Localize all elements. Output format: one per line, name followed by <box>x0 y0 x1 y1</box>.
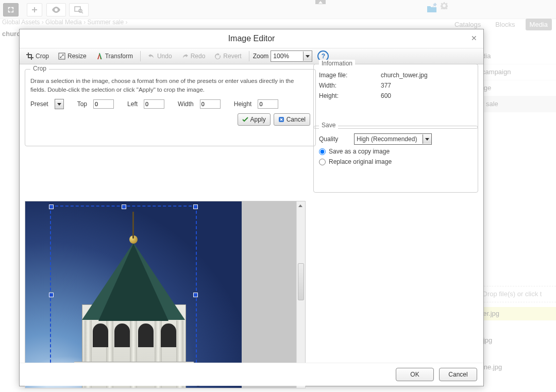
info-height-value: 600 <box>381 92 391 99</box>
info-file-value: church_tower.jpg <box>381 72 428 79</box>
height-label: Height <box>234 100 252 108</box>
cancel-crop-label: Cancel <box>287 116 306 123</box>
save-legend: Save <box>319 122 338 129</box>
resize-icon <box>58 53 65 60</box>
quality-value: High (Recommended) <box>355 135 423 143</box>
redo-label: Redo <box>191 53 206 60</box>
redo-icon <box>181 53 189 59</box>
scroll-up-icon[interactable] <box>298 202 303 209</box>
crop-description: Draw a selection in the image, choose a … <box>30 77 310 94</box>
revert-button[interactable]: Revert <box>211 50 245 62</box>
selection-handle[interactable] <box>122 204 126 209</box>
left-label: Left <box>127 100 138 108</box>
save-panel: Save Quality High (Recommended) Save as … <box>313 126 478 193</box>
close-icon[interactable]: ✕ <box>470 35 478 43</box>
revert-icon <box>214 53 221 60</box>
undo-icon <box>148 53 155 59</box>
preset-dropdown[interactable] <box>55 99 64 109</box>
dialog-title-text: Image Editor <box>228 34 275 43</box>
zoom-value: 100% <box>271 53 303 60</box>
resize-label: Resize <box>68 53 87 60</box>
cancel-crop-button[interactable]: Cancel <box>274 113 310 126</box>
zoom-select[interactable]: 100% <box>271 50 312 62</box>
undo-label: Undo <box>157 53 172 60</box>
crop-icon <box>26 53 33 60</box>
selection-handle[interactable] <box>193 293 198 297</box>
chevron-down-icon <box>423 134 431 144</box>
preview-canvas[interactable] <box>25 201 297 388</box>
top-input[interactable] <box>93 99 114 109</box>
crop-label: Crop <box>36 53 49 60</box>
crop-panel: Crop Draw a selection in the image, choo… <box>25 69 316 146</box>
toolbar-separator <box>249 51 249 61</box>
image-editor-dialog: Image Editor ✕ Crop Resize Transform Und… <box>19 29 484 386</box>
replace-original-radio[interactable] <box>319 159 326 165</box>
redo-button[interactable]: Redo <box>178 50 209 62</box>
information-panel: Information Image file:church_tower.jpg … <box>313 64 478 129</box>
quality-label: Quality <box>319 135 349 143</box>
transform-label: Transform <box>105 53 133 60</box>
transform-icon <box>96 53 103 60</box>
info-legend: Information <box>319 60 355 67</box>
selection-handle[interactable] <box>49 204 54 209</box>
toolbar-separator <box>140 51 141 61</box>
left-input[interactable] <box>144 99 164 109</box>
crop-tool-button[interactable]: Crop <box>23 50 53 62</box>
chevron-down-icon <box>303 52 312 61</box>
scrollbar-thumb[interactable] <box>298 263 304 300</box>
quality-select[interactable]: High (Recommended) <box>354 133 432 145</box>
width-input[interactable] <box>200 99 221 109</box>
zoom-group: Zoom 100% <box>253 50 313 62</box>
resize-tool-button[interactable]: Resize <box>55 50 90 62</box>
dialog-title: Image Editor ✕ <box>20 29 483 48</box>
zoom-label: Zoom <box>253 53 269 60</box>
crop-selection[interactable] <box>50 206 197 383</box>
ok-button[interactable]: OK <box>396 368 434 381</box>
info-height-key: Height: <box>319 92 381 99</box>
width-label: Width <box>178 100 194 108</box>
image-preview[interactable] <box>25 201 306 388</box>
top-label: Top <box>77 100 87 108</box>
info-width-key: Width: <box>319 82 381 89</box>
preset-label: Preset <box>30 100 48 108</box>
transform-tool-button[interactable]: Transform <box>92 50 137 62</box>
cancel-icon <box>278 116 284 123</box>
crop-legend: Crop <box>30 65 49 72</box>
apply-label: Apply <box>250 116 266 123</box>
height-input[interactable] <box>258 99 278 109</box>
editor-toolbar: Crop Resize Transform Undo Redo Revert Z… <box>20 48 483 64</box>
revert-label: Revert <box>223 53 241 60</box>
info-file-key: Image file: <box>319 72 381 79</box>
undo-button[interactable]: Undo <box>144 50 176 62</box>
check-icon <box>242 116 248 123</box>
replace-original-label: Replace original image <box>329 158 392 165</box>
cancel-button[interactable]: Cancel <box>439 368 477 381</box>
info-width-value: 377 <box>381 82 391 89</box>
save-as-copy-radio[interactable] <box>319 148 326 155</box>
dialog-footer: OK Cancel <box>20 363 483 386</box>
apply-button[interactable]: Apply <box>238 113 271 126</box>
save-as-copy-label: Save as a copy image <box>329 148 390 155</box>
selection-handle[interactable] <box>193 204 198 209</box>
preview-scrollbar[interactable] <box>296 201 305 388</box>
selection-handle[interactable] <box>49 293 54 297</box>
